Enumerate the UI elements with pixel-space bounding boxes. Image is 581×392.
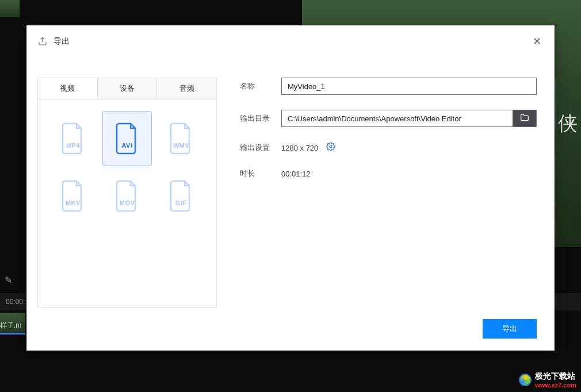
tab-audio[interactable]: 音频: [157, 78, 216, 99]
output-dir-label: 输出目录: [240, 113, 281, 124]
name-label: 名称: [240, 81, 281, 91]
duration-value: 00:01:12: [281, 170, 311, 178]
folder-icon: [519, 113, 530, 124]
timeline-selection: [0, 333, 25, 335]
branding: 极光下载站 www.xz7.com: [519, 371, 576, 389]
format-label: AVI: [113, 142, 141, 149]
format-grid: MP4 AVI WMV: [38, 99, 216, 307]
clip-label: 样子.m: [0, 321, 21, 330]
tab-video[interactable]: 视频: [38, 78, 98, 99]
timeline-time: 00:00:: [6, 298, 25, 306]
output-settings-label: 输出设置: [240, 143, 281, 153]
tab-row: 视频 设备 音频: [38, 78, 216, 99]
format-label: MP4: [59, 142, 87, 149]
format-mov[interactable]: MOV: [102, 168, 152, 224]
library-thumbnail: [0, 0, 20, 17]
brand-title: 极光下载站: [535, 371, 576, 382]
export-settings: 名称 输出目录 输出设置 1280 x 720: [217, 78, 537, 308]
browse-button[interactable]: [513, 110, 537, 127]
pencil-icon[interactable]: ✎: [5, 275, 12, 286]
settings-button[interactable]: [326, 142, 335, 153]
brand-url: www.xz7.com: [535, 382, 576, 389]
svg-point-0: [330, 145, 332, 148]
export-icon: [37, 36, 48, 47]
name-input[interactable]: [281, 78, 537, 95]
tab-device[interactable]: 设备: [98, 78, 158, 99]
export-dialog: 导出 ✕ 视频 设备 音频 MP4 AVI: [26, 25, 555, 351]
close-button[interactable]: ✕: [530, 33, 544, 50]
format-mp4[interactable]: MP4: [48, 111, 98, 166]
output-settings-value: 1280 x 720: [281, 144, 318, 152]
duration-label: 时长: [240, 168, 281, 179]
format-label: GIF: [167, 199, 195, 206]
brand-logo-icon: [519, 374, 532, 386]
format-wmv[interactable]: WMV: [156, 111, 206, 166]
gear-icon: [326, 142, 335, 153]
dialog-title: 导出: [53, 36, 70, 47]
format-panel: 视频 设备 音频 MP4 AVI: [37, 78, 217, 308]
export-button[interactable]: 导出: [483, 319, 537, 339]
dialog-header: 导出 ✕: [27, 26, 554, 57]
format-gif[interactable]: GIF: [156, 168, 206, 224]
format-mkv[interactable]: MKV: [48, 168, 98, 224]
format-label: MKV: [59, 199, 87, 206]
format-label: MOV: [113, 199, 141, 206]
preview-overlay-text: 侠: [558, 110, 578, 137]
format-label: WMV: [167, 142, 195, 149]
format-avi[interactable]: AVI: [102, 111, 152, 166]
output-dir-input[interactable]: [281, 110, 513, 127]
